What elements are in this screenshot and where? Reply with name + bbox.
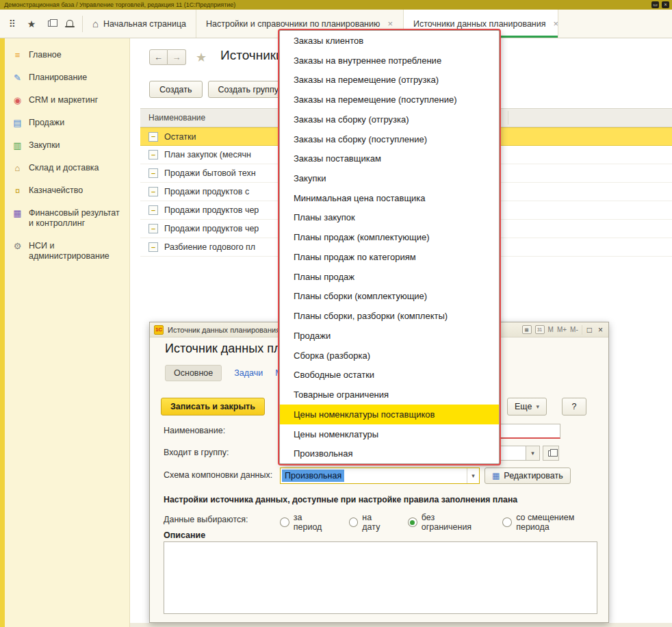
scheme-dropdown-arrow-icon[interactable]: ▾	[467, 468, 479, 483]
sidebar-item-financial-result[interactable]: ▦ Финансовый результат и контроллинг	[0, 202, 129, 235]
app-window: Демонстрационная база / Управление торго…	[0, 0, 672, 627]
sidebar-item-label: CRM и маркетинг	[29, 95, 98, 105]
tab-sources-label: Источники данных планирования	[413, 19, 546, 29]
sidebar: ≡ Главное ✎ Планирование ◉ CRM и маркети…	[0, 38, 130, 627]
close-dialog-icon[interactable]: ×	[597, 325, 604, 335]
minimize-window-icon[interactable]: ▭	[651, 1, 659, 8]
dropdown-option[interactable]: Планы закупок	[280, 208, 499, 228]
window-titlebar: Демонстрационная база / Управление торго…	[0, 0, 672, 10]
scheme-combobox[interactable]: Произвольная ▾	[280, 468, 480, 484]
dropdown-option[interactable]: Сборка (разборка)	[280, 346, 499, 366]
dropdown-option[interactable]: Товарные ограничения	[280, 385, 499, 405]
dropdown-option[interactable]: Заказы на сборку (отгрузка)	[280, 110, 499, 129]
m-button[interactable]: M	[548, 326, 554, 333]
dash-icon	[148, 205, 158, 215]
settings-section-header: Настройки источника данных, доступные пр…	[164, 495, 517, 504]
sidebar-item-treasury[interactable]: ¤ Казначейство	[0, 179, 129, 202]
favorite-star-icon[interactable]: ★	[196, 50, 207, 65]
dropdown-option[interactable]: Заказы на перемещение (отгрузка)	[280, 70, 499, 90]
dropdown-option[interactable]: Планы продаж по категориям	[280, 247, 499, 267]
dropdown-option[interactable]: Планы продаж (комплектующие)	[280, 227, 499, 247]
create-group-button[interactable]: Создать группу	[208, 81, 289, 98]
save-and-close-button[interactable]: Записать и закрыть	[161, 398, 265, 415]
financial-result-icon: ▦	[12, 208, 23, 218]
dropdown-option[interactable]: Заказы на внутреннее потребление	[280, 51, 499, 71]
dash-icon	[148, 187, 158, 196]
group-dropdown-arrow-icon[interactable]: ▾	[526, 446, 540, 461]
purchases-icon: ▥	[12, 140, 23, 151]
sidebar-item-label: Казначейство	[29, 185, 83, 196]
planning-icon: ✎	[12, 73, 23, 83]
dropdown-option[interactable]: Планы сборки (комплектующие)	[280, 287, 499, 307]
sidebar-item-label: Главное	[29, 50, 62, 60]
dropdown-option[interactable]: Заказы на перемещение (поступление)	[280, 90, 499, 110]
quick-toolbar: ⠿ ★	[0, 10, 82, 38]
dropdown-option[interactable]: Заказы поставщикам	[280, 149, 499, 168]
dropdown-option[interactable]: Заказы на сборку (поступление)	[280, 129, 499, 149]
edit-scheme-button[interactable]: ▦ Редактировать	[484, 468, 571, 484]
dropdown-option[interactable]: Заказы клиентов	[280, 31, 499, 51]
radio-label: со смещением периода	[516, 513, 608, 532]
radio-so-smescheniem[interactable]: со смещением периода	[502, 513, 608, 532]
row-label: Продажи бытовой техн	[164, 168, 256, 178]
main-menu-icon: ≡	[12, 50, 23, 60]
dropdown-option[interactable]: Планы продаж	[280, 267, 499, 287]
forward-button[interactable]: →	[168, 49, 186, 65]
dialog-window-buttons: ▦ 31 M M+ M- □ ×	[522, 325, 604, 335]
radio-na-datu[interactable]: на дату	[349, 513, 391, 532]
maximize-dialog-icon[interactable]: □	[586, 325, 593, 335]
group-open-button[interactable]	[543, 446, 559, 461]
group-label: Входит в группу:	[164, 448, 229, 457]
dropdown-option-highlighted[interactable]: Цены номенклатуры поставщиков	[280, 405, 499, 424]
edit-table-icon: ▦	[492, 471, 500, 481]
favorites-star-icon[interactable]: ★	[23, 16, 40, 32]
sidebar-item-purchases[interactable]: ▥ Закупки	[0, 134, 129, 157]
m-plus-button[interactable]: M+	[557, 326, 567, 333]
sidebar-item-sales[interactable]: ▤ Продажи	[0, 112, 129, 134]
radio-label: за период	[294, 513, 333, 532]
dash-icon	[148, 224, 158, 233]
dropdown-option[interactable]: Цены номенклатуры	[280, 424, 499, 444]
dropdown-option[interactable]: Планы сборки, разборки (комплекты)	[280, 306, 499, 326]
radio-za-period[interactable]: за период	[280, 513, 333, 532]
sidebar-item-planning[interactable]: ✎ Планирование	[0, 66, 129, 89]
create-button[interactable]: Создать	[149, 81, 203, 98]
notifications-bell-icon[interactable]	[62, 16, 78, 32]
radio-bez-ogranicheniya[interactable]: без ограничения	[408, 513, 486, 532]
dialog-tab-main[interactable]: Основное	[165, 365, 222, 381]
radio-label: на дату	[362, 513, 391, 532]
chevron-down-icon: ▾	[536, 403, 539, 410]
dropdown-option[interactable]: Произвольная	[280, 444, 499, 463]
dropdown-option[interactable]: Минимальная цена поставщика	[280, 188, 499, 208]
tab-close-icon[interactable]: ×	[554, 18, 559, 29]
menu-grid-icon[interactable]: ⠿	[4, 16, 21, 32]
m-minus-button[interactable]: M-	[570, 326, 578, 333]
tab-home[interactable]: ⌂ Начальная страница	[83, 10, 196, 38]
close-window-icon[interactable]: ×	[662, 1, 669, 8]
separator	[582, 325, 582, 335]
crm-icon: ◉	[12, 95, 23, 105]
dropdown-option[interactable]: Свободные остатки	[280, 365, 499, 385]
row-label: План закупок (месячн	[164, 150, 251, 159]
description-textarea[interactable]	[164, 541, 597, 614]
tab-close-icon[interactable]: ×	[387, 18, 393, 29]
scheme-label: Схема компоновки данных:	[164, 470, 272, 480]
sidebar-item-main[interactable]: ≡ Главное	[0, 44, 129, 66]
sidebar-item-crm[interactable]: ◉ CRM и маркетинг	[0, 89, 129, 112]
description-label: Описание	[164, 530, 205, 540]
history-copy-icon[interactable]	[42, 16, 59, 32]
dropdown-option[interactable]: Закупки	[280, 168, 499, 188]
dropdown-option[interactable]: Продажи	[280, 326, 499, 346]
window-title: Демонстрационная база / Управление торго…	[4, 1, 235, 8]
calendar-icon[interactable]: 31	[535, 325, 545, 334]
home-icon: ⌂	[92, 18, 99, 29]
sidebar-item-nsi-admin[interactable]: ⚙ НСИ и администрирование	[0, 235, 129, 268]
tab-settings-label: Настройки и справочники по планированию	[206, 19, 380, 29]
help-button[interactable]: ?	[562, 398, 586, 415]
sidebar-item-warehouse[interactable]: ⌂ Склад и доставка	[0, 157, 129, 179]
treasury-icon: ¤	[12, 185, 23, 196]
more-button[interactable]: Еще ▾	[507, 398, 547, 415]
calculator-icon[interactable]: ▦	[522, 325, 532, 334]
dialog-tab-tasks[interactable]: Задачи	[234, 368, 263, 378]
back-button[interactable]: ←	[149, 49, 168, 65]
